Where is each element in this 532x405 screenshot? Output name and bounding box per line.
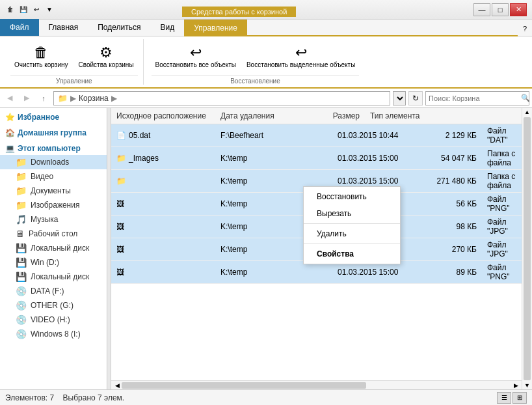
bin-properties-icon: ⚙ bbox=[100, 46, 113, 60]
sidebar-item-win-d[interactable]: 💾 Win (D:) bbox=[0, 255, 107, 270]
sidebar-item-win8-i[interactable]: 💿 Windows 8 (I:) bbox=[0, 327, 107, 341]
table-row[interactable]: 📄 05.dat F:\Beefheart 01.03.2015 10:44 2… bbox=[111, 124, 522, 147]
col-name-header[interactable]: Исходное расположение bbox=[111, 110, 215, 122]
win8-i-label: Windows 8 (I:) bbox=[31, 329, 81, 339]
sidebar-pc-header[interactable]: 💻 Этот компьютер bbox=[0, 142, 107, 155]
sidebar-item-video[interactable]: 📁 Видео bbox=[0, 169, 107, 184]
local-c-label: Локальный диск bbox=[31, 244, 89, 253]
file-location: K:\temp bbox=[215, 176, 332, 186]
bin-properties-button[interactable]: ⚙ Свойства корзины bbox=[75, 43, 138, 71]
qat-arrow[interactable]: ▼ bbox=[44, 5, 55, 15]
menu-item-cut[interactable]: Вырезать bbox=[304, 205, 400, 222]
file-type: Файл "PNG" bbox=[482, 195, 522, 213]
vertical-scrollbar[interactable]: ▲ ▼ bbox=[522, 108, 532, 389]
search-input[interactable] bbox=[429, 94, 518, 102]
file-date: 01.03.2015 15:00 bbox=[332, 268, 423, 277]
restore-all-button[interactable]: ↩ Восстановить все объекты bbox=[152, 43, 240, 71]
sidebar-section-pc: 💻 Этот компьютер 📁 Downloads 📁 Видео 📁 Д… bbox=[0, 142, 107, 341]
ribbon-wrapper: Средства работы с корзиной Файл Главная … bbox=[0, 20, 532, 89]
address-bar[interactable]: 📁 ▶ Корзина ▶ bbox=[53, 91, 390, 105]
back-button[interactable]: ◀ bbox=[3, 91, 17, 105]
sidebar-item-music[interactable]: 🎵 Музыка bbox=[0, 212, 107, 227]
scroll-up-btn[interactable]: ▲ bbox=[522, 108, 532, 116]
clear-bin-label: Очистить корзину bbox=[14, 61, 68, 68]
tab-manage[interactable]: Управление bbox=[184, 20, 247, 36]
file-location: K:\temp bbox=[215, 154, 332, 163]
sidebar-item-images[interactable]: 📁 Изображения bbox=[0, 198, 107, 212]
bin-properties-label: Свойства корзины bbox=[79, 61, 134, 68]
favorites-label: Избранное bbox=[18, 113, 59, 122]
nav-bar: ◀ ▶ ↑ 📁 ▶ Корзина ▶ ▼ ↻ 🔍 bbox=[0, 89, 532, 108]
refresh-button[interactable]: ↻ bbox=[408, 91, 423, 105]
file-date: 01.03.2015 10:44 bbox=[332, 131, 423, 140]
clear-bin-button[interactable]: 🗑 Очистить корзину bbox=[10, 43, 72, 71]
ribbon-bar: 🗑 Очистить корзину ⚙ Свойства корзины Уп… bbox=[0, 36, 532, 89]
file-type: Файл "JPG" bbox=[482, 240, 522, 258]
sidebar-item-desktop[interactable]: 🖥 Рабочий стол bbox=[0, 227, 107, 241]
file-date: 01.03.2015 15:00 bbox=[332, 176, 423, 186]
horizontal-scrollbar[interactable]: ◀ ▶ bbox=[111, 380, 522, 389]
search-bar: 🔍 bbox=[425, 91, 529, 105]
file-location: F:\Beefheart bbox=[215, 131, 332, 140]
col-date-header[interactable]: Дата удаления bbox=[215, 110, 306, 122]
file-type: Файл "DAT" bbox=[482, 126, 522, 145]
disk-d-icon: 💾 bbox=[16, 257, 27, 268]
sidebar-item-local-c[interactable]: 💾 Локальный диск bbox=[0, 241, 107, 255]
sidebar-item-other-g[interactable]: 💿 OTHER (G:) bbox=[0, 298, 107, 313]
list-view-button[interactable]: ☰ bbox=[497, 392, 511, 404]
col-size-header[interactable]: Размер bbox=[306, 110, 365, 122]
tab-home[interactable]: Главная bbox=[39, 19, 88, 36]
sidebar-item-downloads[interactable]: 📁 Downloads bbox=[0, 155, 107, 169]
h-scroll-thumb[interactable] bbox=[122, 382, 366, 389]
up-button[interactable]: ↑ bbox=[36, 91, 51, 105]
table-row[interactable]: 📁 _Images K:\temp 01.03.2015 15:00 54 04… bbox=[111, 147, 522, 170]
disk-i-icon: 💿 bbox=[16, 329, 27, 339]
file-date: 01.03.2015 15:00 bbox=[332, 154, 423, 163]
help-button[interactable]: ? bbox=[518, 21, 532, 36]
tab-view[interactable]: Вид bbox=[150, 19, 184, 36]
video-label: Видео bbox=[31, 172, 53, 181]
sidebar-item-documents[interactable]: 📁 Документы bbox=[0, 184, 107, 198]
images-label: Изображения bbox=[31, 201, 79, 210]
ribbon-group-manage-items: 🗑 Очистить корзину ⚙ Свойства корзины bbox=[10, 39, 138, 74]
scroll-left-btn[interactable]: ◀ bbox=[113, 382, 122, 389]
trash-icon: 🗑 bbox=[5, 5, 16, 15]
grid-view-button[interactable]: ⊞ bbox=[512, 392, 527, 404]
menu-item-delete[interactable]: Удалить bbox=[304, 225, 400, 242]
menu-item-restore[interactable]: Восстановить bbox=[304, 188, 400, 205]
save-qat-icon[interactable]: 💾 bbox=[18, 5, 29, 15]
undo-qat-icon[interactable]: ↩ bbox=[31, 5, 42, 15]
tab-file[interactable]: Файл bbox=[0, 19, 39, 36]
documents-folder-icon: 📁 bbox=[16, 186, 27, 196]
disk-f-icon: 💿 bbox=[16, 286, 27, 296]
forward-button[interactable]: ▶ bbox=[20, 91, 34, 105]
tab-share[interactable]: Поделиться bbox=[88, 19, 150, 36]
scroll-right-btn[interactable]: ▶ bbox=[511, 382, 520, 389]
sidebar-favorites-header[interactable]: ⭐ Избранное bbox=[0, 111, 107, 124]
video-h-label: VIDEO (H:) bbox=[31, 315, 70, 324]
address-dropdown[interactable]: ▼ bbox=[393, 91, 406, 105]
sidebar-item-data-f[interactable]: 💿 DATA (F:) bbox=[0, 284, 107, 298]
file-list-header: Исходное расположение Дата удаления Разм… bbox=[111, 108, 522, 124]
file-location: K:\temp bbox=[215, 268, 332, 277]
sidebar: ⭐ Избранное 🏠 Домашняя группа 💻 Этот ком… bbox=[0, 108, 107, 389]
col-type-header[interactable]: Тип элемента bbox=[365, 110, 522, 122]
sidebar-homegroup-header[interactable]: 🏠 Домашняя группа bbox=[0, 126, 107, 139]
scroll-down-btn[interactable]: ▼ bbox=[522, 382, 532, 389]
table-row[interactable]: 🖼 K:\temp 01.03.2015 15:00 89 КБ Файл "P… bbox=[111, 261, 522, 284]
disk-e-icon: 💾 bbox=[16, 272, 27, 282]
maximize-button[interactable]: □ bbox=[492, 3, 509, 16]
sidebar-section-favorites: ⭐ Избранное bbox=[0, 111, 107, 124]
file-size: 54 047 КБ bbox=[423, 154, 482, 163]
minimize-button[interactable]: — bbox=[473, 3, 490, 16]
restore-selected-button[interactable]: ↩ Восстановить выделенные объекты bbox=[243, 43, 359, 71]
menu-item-properties[interactable]: Свойства bbox=[304, 245, 400, 262]
sidebar-item-local-e[interactable]: 💾 Локальный диск bbox=[0, 270, 107, 284]
restore-all-label: Восстановить все объекты bbox=[155, 61, 236, 68]
sidebar-item-video-h[interactable]: 💿 VIDEO (H:) bbox=[0, 313, 107, 327]
close-button[interactable]: ✕ bbox=[510, 3, 527, 16]
ribbon-group-restore: ↩ Восстановить все объекты ↩ Восстановит… bbox=[146, 39, 365, 85]
tools-context-label: Средства работы с корзиной bbox=[182, 7, 296, 17]
v-scroll-thumb[interactable] bbox=[524, 117, 531, 380]
home-group-icon: 🏠 bbox=[5, 128, 15, 137]
